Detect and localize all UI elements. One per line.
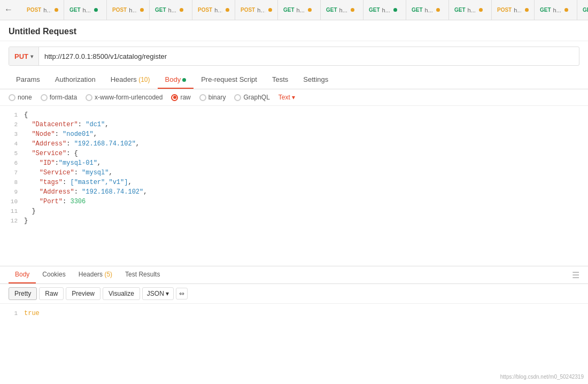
req-tab-5[interactable]: Tests xyxy=(265,71,296,89)
tab-method-10: GET xyxy=(454,7,466,13)
response-code: 1true xyxy=(0,304,588,347)
body-option-label-x-www-form-urlencoded: x-www-form-urlencoded xyxy=(95,94,163,101)
tab-method-4: POST xyxy=(198,7,212,13)
response-tabs: BodyCookiesHeaders (5)Test Results☰ xyxy=(0,266,588,284)
request-title: Untitled Request xyxy=(0,20,588,41)
tab-method-3: GET xyxy=(155,7,166,13)
code-line-8: 8 "tags": ["master","v1"], xyxy=(0,178,588,187)
req-tab-1[interactable]: Authorization xyxy=(48,71,103,89)
back-button[interactable]: ← xyxy=(4,5,13,14)
code-line-9: 9 "Address": "192.168.74.102", xyxy=(0,187,588,197)
tab-dot-2 xyxy=(140,8,144,12)
tabs-bar: POSTh...GETh...POSTh...GETh...POSTh...PO… xyxy=(0,0,588,20)
resp-btn-raw[interactable]: Raw xyxy=(39,287,64,300)
resp-line-content-1: true xyxy=(24,308,40,319)
tab-dot-5 xyxy=(268,8,272,12)
req-tab-0[interactable]: Params xyxy=(9,71,48,89)
tab-dot-10 xyxy=(479,8,483,12)
text-dropdown[interactable]: Text ▾ xyxy=(278,94,295,101)
tab-item-6[interactable]: GETh... xyxy=(278,0,321,20)
req-tab-4[interactable]: Pre-request Script xyxy=(194,71,265,89)
line-num-6: 6 xyxy=(0,158,24,168)
tab-item-0[interactable]: POSTh... xyxy=(21,0,64,20)
tab-method-9: GET xyxy=(412,7,423,13)
resp-line-1: 1true xyxy=(0,308,588,319)
tab-item-13[interactable]: GETh... xyxy=(577,0,588,20)
line-content-5: "Service": { xyxy=(24,149,588,158)
resp-btn-pretty[interactable]: Pretty xyxy=(9,287,37,300)
tab-method-8: GET xyxy=(369,7,380,13)
line-content-10: "Port": 3306 xyxy=(24,197,588,206)
tab-method-11: POST xyxy=(497,7,512,13)
line-num-3: 3 xyxy=(0,129,24,139)
tab-url-6: h... xyxy=(297,7,305,13)
resp-tab-3[interactable]: Test Results xyxy=(119,266,166,283)
resp-tab-1[interactable]: Cookies xyxy=(36,266,72,283)
tab-dot-7 xyxy=(351,8,354,12)
tab-url-4: h... xyxy=(214,7,222,13)
tab-url-11: h... xyxy=(514,7,522,13)
line-content-2: "Datacenter": "dc1", xyxy=(24,120,588,129)
method-label: PUT xyxy=(14,52,28,60)
line-content-9: "Address": "192.168.74.102", xyxy=(24,187,588,197)
body-option-raw[interactable]: raw xyxy=(171,94,190,101)
line-content-8: "tags": ["master","v1"], xyxy=(24,178,588,187)
body-option-none[interactable]: none xyxy=(9,94,32,101)
req-tab-2[interactable]: Headers (10) xyxy=(103,71,158,89)
body-option-GraphQL[interactable]: GraphQL xyxy=(234,94,269,101)
resp-tab-2[interactable]: Headers (5) xyxy=(72,266,119,283)
watermark: https://blog.csdn.net/m0_50242319 xyxy=(500,374,584,380)
tab-url-7: h... xyxy=(339,7,347,13)
tab-method-2: POST xyxy=(112,7,127,13)
wrap-icon[interactable]: ⇔ xyxy=(176,288,188,299)
tab-dot-3 xyxy=(180,8,183,12)
req-tab-6[interactable]: Settings xyxy=(296,71,336,89)
line-num-2: 2 xyxy=(0,120,24,129)
code-editor[interactable]: 1{2 "Datacenter": "dc1",3 "Node": "node0… xyxy=(0,106,588,266)
tab-item-12[interactable]: GETh... xyxy=(535,0,577,20)
tab-method-13: GET xyxy=(583,7,588,13)
tab-item-3[interactable]: GETh... xyxy=(150,0,192,20)
resp-btn-visualize[interactable]: Visualize xyxy=(103,287,140,300)
line-content-6: "ID":"mysql-01", xyxy=(24,158,588,168)
url-input[interactable] xyxy=(39,52,579,60)
response-toolbar: PrettyRawPreviewVisualizeJSON ▾⇔ xyxy=(0,284,588,304)
code-line-12: 12} xyxy=(0,216,588,226)
resp-tab-0[interactable]: Body xyxy=(9,266,36,283)
tab-item-11[interactable]: POSTh... xyxy=(492,0,535,20)
line-content-1: { xyxy=(24,110,588,120)
tab-item-4[interactable]: POSTh... xyxy=(192,0,235,20)
req-tab-dot-3 xyxy=(182,78,186,82)
settings-icon[interactable]: ☰ xyxy=(572,270,579,280)
tab-method-0: POST xyxy=(27,7,41,13)
tab-method-5: POST xyxy=(241,7,255,13)
tab-dot-6 xyxy=(308,8,312,12)
line-num-7: 7 xyxy=(0,168,24,178)
body-option-x-www-form-urlencoded[interactable]: x-www-form-urlencoded xyxy=(86,94,163,101)
req-tab-3[interactable]: Body xyxy=(158,71,194,89)
resp-btn-preview[interactable]: Preview xyxy=(66,287,100,300)
format-select[interactable]: JSON ▾ xyxy=(142,287,174,300)
tab-url-2: h... xyxy=(129,7,137,13)
body-option-label-none: none xyxy=(18,94,32,101)
tab-item-8[interactable]: GETh... xyxy=(363,0,406,20)
body-option-binary[interactable]: binary xyxy=(199,94,226,101)
body-options: noneform-datax-www-form-urlencodedrawbin… xyxy=(0,89,588,106)
code-line-6: 6 "ID":"mysql-01", xyxy=(0,158,588,168)
tab-item-2[interactable]: POSTh... xyxy=(107,0,150,20)
tab-url-5: h... xyxy=(257,7,265,13)
body-option-form-data[interactable]: form-data xyxy=(41,94,77,101)
tab-url-1: h... xyxy=(83,7,91,13)
tab-item-1[interactable]: GETh... xyxy=(64,0,107,20)
tab-item-7[interactable]: GETh... xyxy=(321,0,363,20)
tab-item-9[interactable]: GETh... xyxy=(406,0,449,20)
tab-item-5[interactable]: POSTh... xyxy=(235,0,278,20)
line-num-5: 5 xyxy=(0,149,24,158)
tab-url-8: h... xyxy=(382,7,390,13)
method-select[interactable]: PUT ▾ xyxy=(9,47,39,65)
tab-method-1: GET xyxy=(69,7,81,13)
line-num-1: 1 xyxy=(0,110,24,120)
body-option-label-raw: raw xyxy=(180,94,190,101)
tab-item-10[interactable]: GETh... xyxy=(449,0,492,20)
tab-method-7: GET xyxy=(326,7,337,13)
